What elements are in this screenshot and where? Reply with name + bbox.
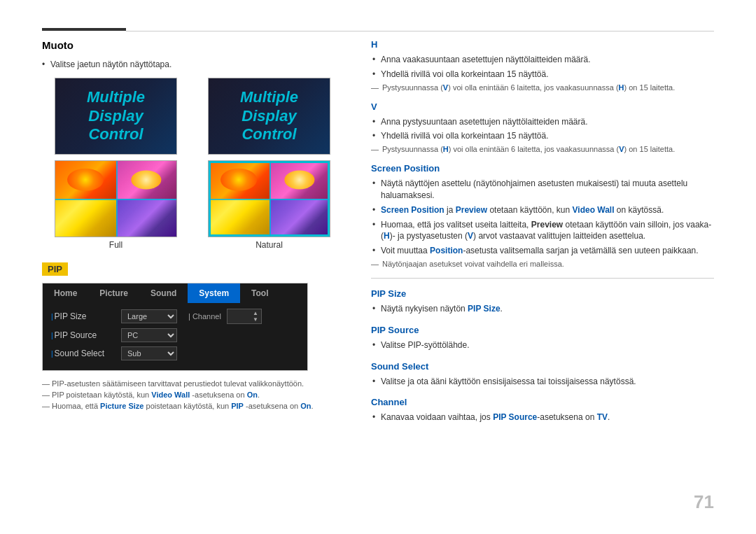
display-box-full xyxy=(55,160,177,237)
pip-note-3-on: On xyxy=(300,402,311,410)
pip-note-2: PIP poistetaan käytöstä, kun Video Wall … xyxy=(42,391,343,399)
channel-pip-source: PIP Source xyxy=(493,412,537,422)
v-note: Pystysuunnassa (H) voi olla enintään 6 l… xyxy=(371,145,714,153)
muoto-section: Muoto Valitse jaetun näytön näyttötapa. … xyxy=(42,39,343,250)
display-label-full: Full xyxy=(109,240,122,250)
pip-row-source: |PIP Source PC TV HDMI xyxy=(51,328,299,342)
h-bullet-2: Yhdellä rivillä voi olla korkeintaan 15 … xyxy=(371,69,714,80)
display-box-1: MultipleDisplayControl xyxy=(55,78,177,155)
pip-size-indicator: | xyxy=(51,313,53,321)
sp-b4-position: Position xyxy=(430,246,463,255)
pip-source-label: |PIP Source xyxy=(51,330,121,340)
sp-bullet-2: Screen Position ja Preview otetaan käytt… xyxy=(371,204,714,216)
muoto-bullet1: Valitse jaetun näytön näyttötapa. xyxy=(42,59,343,69)
grid-line-vertical xyxy=(116,161,118,237)
right-divider xyxy=(371,278,714,279)
screen-position-title: Screen Position xyxy=(371,163,714,174)
channel-heading: Channel xyxy=(371,397,714,407)
pip-notes: PIP-asetusten säätämiseen tarvittavat pe… xyxy=(42,379,343,410)
display-item-natural: Natural xyxy=(195,160,343,250)
pip-note-3-pip: PIP xyxy=(231,402,244,410)
sp-b3-preview: Preview xyxy=(531,220,563,230)
h-note-h: H xyxy=(619,83,624,92)
pip-source-heading: PIP Source xyxy=(371,325,714,335)
pip-source-bullet: Valitse PIP-syöttölähde. xyxy=(371,339,714,351)
tab-tool[interactable]: Tool xyxy=(240,283,279,303)
h-bullet-1: Anna vaakasuuntaan asetettujen näyttölai… xyxy=(371,54,714,66)
sp-bullet-4: Voit muuttaa Position-asetusta valitsema… xyxy=(371,245,714,257)
h-note: Pystysuunnassa (V) voi olla enintään 6 l… xyxy=(371,83,714,92)
v-bullet-2: Yhdellä rivillä voi olla korkeintaan 15 … xyxy=(371,130,714,142)
sound-select-section: Sound Select Valitse ja ota ääni käyttöö… xyxy=(371,361,714,388)
grid-line-v-natural xyxy=(270,161,271,237)
pip-sound-indicator: | xyxy=(51,350,53,358)
v-note-v: V xyxy=(619,145,624,153)
sp-b2-videowall: Video Wall xyxy=(573,205,615,215)
pip-note-2-on: On xyxy=(247,391,258,399)
muoto-title: Muoto xyxy=(42,39,343,51)
display-box-2: MultipleDisplayControl xyxy=(208,78,330,155)
pip-source-indicator: | xyxy=(51,332,53,339)
display-item-natural-text: MultipleDisplayControl xyxy=(195,78,343,155)
pip-size-section: PIP Size Näytä nykyisen näytön PIP Size. xyxy=(371,288,714,315)
left-column: Muoto Valitse jaetun näytön näyttötapa. … xyxy=(42,39,343,433)
display-box-natural xyxy=(208,160,330,237)
v-note-h: H xyxy=(443,145,449,153)
top-accent-bar xyxy=(42,28,126,31)
pip-source-section: PIP Source Valitse PIP-syöttölähde. xyxy=(371,325,714,351)
grid-overlay-full xyxy=(55,161,176,237)
top-divider xyxy=(126,31,714,31)
pip-size-label: |PIP Size xyxy=(51,311,121,321)
pip-source-select[interactable]: PC TV HDMI xyxy=(121,328,177,342)
pip-menu-body: |PIP Size Large Medium Small | Channel xyxy=(43,303,307,370)
screen-position-section: Screen Position Näytä näyttöjen asettelu… xyxy=(371,163,714,268)
right-column: H Anna vaakasuuntaan asetettujen näyttöl… xyxy=(371,39,714,433)
v-section: V Anna pystysuuntaan asetettujen näyttöl… xyxy=(371,101,714,154)
pip-menu: Home Picture Sound System Tool |PIP Size xyxy=(42,283,308,371)
pip-size-heading: PIP Size xyxy=(371,288,714,299)
pip-channel-area: | Channel ▲▼ xyxy=(188,309,299,324)
tab-home[interactable]: Home xyxy=(43,283,88,303)
pip-size-bullet: Näytä nykyisen näytön PIP Size. xyxy=(371,303,714,315)
pip-channel-input[interactable]: ▲▼ xyxy=(227,309,262,324)
sp-b2-screenpos: Screen Position xyxy=(381,205,444,215)
sp-note: Näytönjaajan asetukset voivat vaihdella … xyxy=(371,260,714,268)
display-box-2-text: MultipleDisplayControl xyxy=(240,88,298,143)
display-grid: MultipleDisplayControl MultipleDisplayCo… xyxy=(42,78,343,250)
channel-tv: TV xyxy=(597,412,608,422)
pip-section: PIP Home Picture Sound System Tool xyxy=(42,262,343,410)
pip-note-1: PIP-asetusten säätämiseen tarvittavat pe… xyxy=(42,379,343,388)
pip-sound-label: |Sound Select xyxy=(51,349,121,358)
sp-b3-v: V xyxy=(468,231,473,241)
pip-tabs: Home Picture Sound System Tool xyxy=(43,283,307,303)
v-bullet-1: Anna pystysuuntaan asetettujen näyttölai… xyxy=(371,116,714,128)
sound-select-bullet: Valitse ja ota ääni käyttöön ensisijaise… xyxy=(371,376,714,388)
page-number: 71 xyxy=(694,491,714,513)
pip-note-2-videowall: Video Wall xyxy=(151,391,190,399)
pip-row-sound: |Sound Select Sub Main xyxy=(51,346,299,360)
pip-badge: PIP xyxy=(42,262,68,276)
sound-select-heading: Sound Select xyxy=(371,361,714,372)
tab-system[interactable]: System xyxy=(188,283,240,303)
display-label-natural: Natural xyxy=(255,240,283,250)
pip-channel-arrows: ▲▼ xyxy=(253,310,258,323)
pip-row-size: |PIP Size Large Medium Small | Channel xyxy=(51,309,299,324)
tab-sound[interactable]: Sound xyxy=(139,283,188,303)
grid-overlay-natural xyxy=(209,161,330,237)
channel-bullet: Kanavaa voidaan vaihtaa, jos PIP Source-… xyxy=(371,412,714,423)
sp-b2-preview: Preview xyxy=(456,205,487,215)
display-item-full-text: MultipleDisplayControl xyxy=(42,78,190,155)
pip-sound-select[interactable]: Sub Main xyxy=(121,346,177,360)
tab-picture[interactable]: Picture xyxy=(88,283,139,303)
display-item-full: Full xyxy=(42,160,190,250)
pip-size-select[interactable]: Large Medium Small xyxy=(121,309,177,323)
pip-channel-label: | Channel xyxy=(188,312,221,321)
h-section: H Anna vaakasuuntaan asetettujen näyttöl… xyxy=(371,39,714,92)
channel-section: Channel Kanavaa voidaan vaihtaa, jos PIP… xyxy=(371,397,714,423)
sp-b3-h: H xyxy=(384,231,390,241)
pip-note-3: Huomaa, että Picture Size poistetaan käy… xyxy=(42,402,343,410)
pip-note-3-picturesize: Picture Size xyxy=(100,402,144,410)
v-letter: V xyxy=(371,101,714,112)
h-letter: H xyxy=(371,39,714,50)
display-box-1-text: MultipleDisplayControl xyxy=(87,88,145,143)
